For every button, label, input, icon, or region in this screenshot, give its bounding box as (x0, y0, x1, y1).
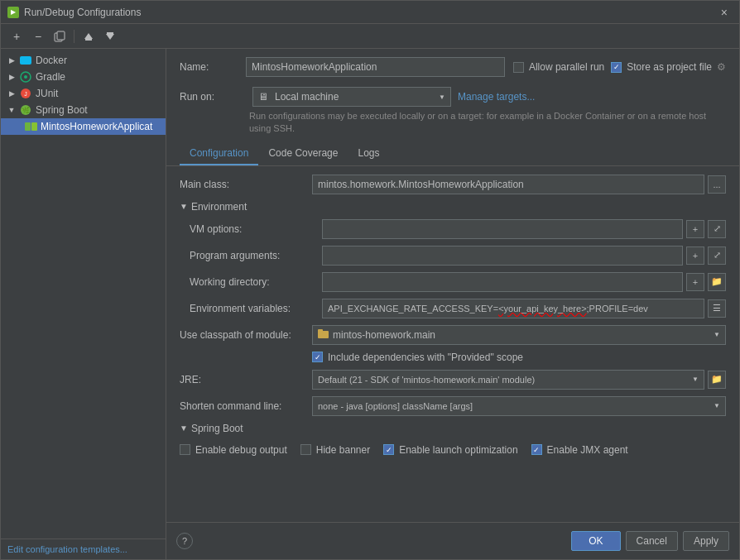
jre-dropdown[interactable]: Default (21 - SDK of 'mintos-homework.ma… (312, 370, 704, 390)
enable-jmx-label: Enable JMX agent (547, 444, 628, 456)
copy-button[interactable] (50, 27, 69, 45)
tree-toggle-gradle[interactable]: ▶ (7, 73, 16, 81)
classpath-dropdown[interactable]: mintos-homework.main ▼ (312, 325, 726, 345)
env-vars-wrap: API_EXCHANGE_RATE_ACCESS_KEY=<your_api_k… (322, 299, 726, 318)
classpath-value: mintos-homework.main (333, 329, 435, 341)
environment-section-header: ▼ Environment (180, 201, 726, 213)
classpath-label: Use classpath of module: (180, 329, 312, 341)
env-vars-edit-button[interactable]: ☰ (708, 299, 726, 318)
tree-toggle-docker[interactable]: ▶ (7, 56, 16, 65)
apply-button[interactable]: Apply (683, 531, 729, 551)
environment-toggle[interactable]: ▼ (180, 202, 188, 211)
gradle-icon (19, 70, 32, 84)
vm-options-wrap: + ⤢ (322, 219, 726, 239)
run-on-icon: 🖥 (258, 91, 268, 103)
tree-item-springboot[interactable]: ▼ 🌿 Spring Boot (1, 102, 166, 118)
springboot-section-header: ▼ Spring Boot (180, 423, 726, 434)
working-dir-input[interactable] (322, 272, 683, 292)
tree-item-gradle[interactable]: ▶ Gradle (1, 69, 166, 85)
environment-title: Environment (191, 201, 247, 213)
svg-rect-3 (107, 32, 113, 34)
run-on-label: Run on: (180, 91, 246, 103)
program-args-input[interactable] (322, 246, 683, 266)
enable-launch-label: Enable launch optimization (399, 444, 517, 456)
tree-item-junit[interactable]: ▶ J JUnit (1, 85, 166, 102)
tab-logs[interactable]: Logs (348, 142, 389, 165)
program-args-wrap: + ⤢ (322, 246, 726, 266)
store-as-project-checkbox[interactable] (611, 62, 622, 73)
remove-button[interactable]: − (29, 27, 47, 45)
env-vars-row: Environment variables: API_EXCHANGE_RATE… (190, 299, 726, 318)
jre-browse-button[interactable]: 📁 (708, 371, 726, 389)
allow-parallel-checkbox[interactable] (513, 62, 524, 73)
env-vars-display[interactable]: API_EXCHANGE_RATE_ACCESS_KEY=<your_api_k… (322, 299, 704, 318)
main-class-input[interactable] (312, 175, 704, 194)
svg-rect-1 (57, 31, 65, 40)
vm-options-expand-button[interactable]: + (686, 220, 704, 238)
vm-options-input[interactable] (322, 219, 683, 239)
move-down-button[interactable] (101, 27, 119, 45)
ok-button[interactable]: OK (571, 531, 620, 551)
enable-debug-checkbox[interactable] (180, 444, 190, 455)
name-section: Name: Allow parallel run Store as projec… (166, 49, 739, 87)
name-input[interactable] (246, 57, 505, 77)
jre-arrow-icon: ▼ (692, 376, 699, 383)
include-deps-checkbox[interactable] (312, 352, 323, 362)
svg-point-5 (24, 75, 27, 79)
enable-launch-checkbox[interactable] (383, 444, 394, 455)
cancel-button[interactable]: Cancel (626, 531, 678, 551)
env-vars-label: Environment variables: (190, 303, 322, 314)
jre-label: JRE: (180, 374, 312, 385)
springboot-icon: 🌿 (19, 103, 32, 117)
working-dir-browse-button[interactable]: 📁 (708, 273, 726, 291)
tabs: Configuration Code Coverage Logs (166, 142, 739, 166)
springboot-checkboxes: Enable debug output Hide banner Enable l… (180, 441, 726, 459)
shorten-cmd-dropdown[interactable]: none - java [options] className [args] ▼ (312, 396, 726, 416)
working-dir-add-button[interactable]: + (686, 273, 704, 291)
tab-configuration[interactable]: Configuration (180, 142, 258, 165)
close-button[interactable]: × (716, 4, 733, 21)
environment-content: VM options: + ⤢ Program arguments: (180, 219, 726, 318)
classpath-wrap: mintos-homework.main ▼ (312, 325, 726, 345)
hide-banner-checkbox[interactable] (300, 444, 311, 455)
add-button[interactable]: + (7, 27, 26, 45)
toolbar-separator (74, 30, 74, 43)
main-class-label: Main class: (180, 179, 312, 190)
main-area: ▶ Docker ▶ Gradle ▶ (1, 49, 739, 559)
edit-templates-link[interactable]: Edit configuration templates... (1, 538, 166, 559)
main-class-browse-button[interactable]: ... (708, 175, 726, 194)
tree-toggle-junit[interactable]: ▶ (7, 89, 16, 98)
springboot-toggle[interactable]: ▼ (180, 424, 188, 433)
bottom-bar: ? OK Cancel Apply (166, 522, 739, 559)
program-args-fullscreen-button[interactable]: ⤢ (708, 246, 726, 265)
vm-options-label: VM options: (190, 223, 322, 235)
tree-label-app: MintosHomeworkApplicat (41, 121, 152, 132)
tree-item-app[interactable]: MintosHomeworkApplicat (1, 118, 166, 135)
help-button[interactable]: ? (176, 533, 193, 549)
run-on-dropdown[interactable]: 🖥 Local machine ▼ (252, 87, 451, 107)
tab-code-coverage[interactable]: Code Coverage (258, 142, 348, 165)
manage-targets-link[interactable]: Manage targets... (458, 91, 535, 103)
svg-rect-2 (85, 39, 92, 41)
program-args-expand-button[interactable]: + (686, 246, 704, 265)
working-dir-row: Working directory: + 📁 (190, 272, 726, 292)
enable-jmx-checkbox[interactable] (531, 444, 542, 455)
configuration-tree: ▶ Docker ▶ Gradle ▶ (1, 49, 166, 538)
right-panel: Name: Allow parallel run Store as projec… (166, 49, 739, 559)
bottom-left: ? (176, 533, 193, 549)
move-up-button[interactable] (79, 27, 98, 45)
vm-options-fullscreen-button[interactable]: ⤢ (708, 220, 726, 238)
allow-parallel-label: Allow parallel run (529, 61, 604, 73)
title-bar: ▶ Run/Debug Configurations × (1, 1, 739, 24)
enable-debug-label: Enable debug output (195, 444, 287, 456)
tree-item-docker[interactable]: ▶ Docker (1, 52, 166, 69)
junit-icon: J (19, 87, 32, 100)
app-config-icon (24, 120, 37, 133)
name-label: Name: (180, 61, 246, 73)
gear-icon[interactable]: ⚙ (717, 61, 726, 73)
config-content: Main class: ... ▼ Environment (166, 166, 739, 522)
jre-row: JRE: Default (21 - SDK of 'mintos-homewo… (180, 370, 726, 390)
tree-label-gradle: Gradle (36, 71, 65, 83)
main-class-row: Main class: ... (180, 175, 726, 194)
tree-toggle-springboot[interactable]: ▼ (7, 106, 16, 114)
